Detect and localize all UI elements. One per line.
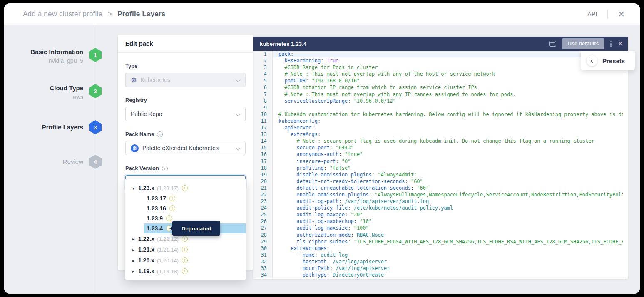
code-editor[interactable]: 1pack:2 k8sHardening: True3 #CIDR Range … — [253, 51, 628, 279]
kebab-menu-icon[interactable] — [610, 41, 612, 47]
code-line[interactable]: 13 extraArgs: — [253, 131, 628, 138]
code-line[interactable]: 19 disable-admission-plugins: "AlwaysAdm… — [253, 171, 628, 178]
code-text: # Note : secure-port flag is used during… — [272, 138, 628, 144]
code-line[interactable]: 6 #CIDR notation IP range from which to … — [253, 84, 628, 91]
caret-right-icon[interactable]: ▸ — [132, 237, 138, 241]
line-number: 13 — [253, 131, 272, 138]
step-label: Cloud Type — [12, 84, 83, 92]
code-line[interactable]: 25 audit-log-maxage: "30" — [253, 211, 628, 218]
registry-select[interactable]: Public Repo — [125, 107, 246, 121]
step-number-hexagon[interactable]: 2 — [89, 84, 102, 98]
code-text: extraVolumes: — [272, 245, 628, 252]
code-line[interactable]: 18 profiling: "false" — [253, 165, 628, 171]
code-line[interactable]: 26 audit-log-maxbackup: "10" — [253, 218, 628, 225]
code-line[interactable]: 3 #CIDR Range for Pods in cluster — [253, 64, 628, 71]
step-sublabel: aws — [12, 94, 83, 100]
version-group-latest: (1.21.14) — [157, 247, 179, 253]
version-option-1.23.17[interactable]: 1.23.17! — [125, 193, 246, 203]
version-group-1.20.x[interactable]: ▸1.20.x(1.20.14)! — [125, 255, 246, 266]
diff-view-icon[interactable] — [549, 41, 556, 47]
step-label: Profile Layers — [12, 123, 83, 131]
code-line[interactable]: 24 audit-policy-file: /etc/kubernetes/au… — [253, 205, 628, 211]
code-line[interactable]: 11kubeadmconfig: — [253, 118, 628, 124]
pack-version-label-text: Pack Version — [125, 165, 159, 171]
breadcrumb-root[interactable]: Add a new cluster profile — [23, 10, 102, 18]
caret-down-icon[interactable]: ▾ — [132, 186, 138, 191]
code-line[interactable]: 29 tls-cipher-suites: "TLS_ECDHE_ECDSA_W… — [253, 238, 628, 245]
code-line[interactable]: 14 # Note : secure-port flag is used dur… — [253, 138, 628, 144]
line-number: 15 — [253, 144, 272, 151]
step-number-hexagon[interactable]: 4 — [89, 155, 102, 169]
code-line[interactable]: 21 default-unreachable-toleration-second… — [253, 185, 628, 191]
line-number: 20 — [253, 178, 272, 185]
code-line[interactable]: 31 - name: audit-log — [253, 252, 628, 258]
code-text: #CIDR Range for Pods in cluster — [272, 64, 628, 71]
caret-right-icon[interactable]: ▸ — [132, 269, 138, 274]
line-number: 4 — [253, 71, 272, 77]
caret-right-icon[interactable]: ▸ — [132, 248, 138, 252]
version-group-1.21.x[interactable]: ▸1.21.x(1.21.14)! — [125, 244, 246, 255]
code-line[interactable]: 28 authorization-mode: RBAC,Node — [253, 232, 628, 238]
api-link[interactable]: API — [587, 11, 597, 17]
close-icon[interactable]: ✕ — [618, 10, 625, 18]
type-field: Type ☸ Kubernetes — [125, 63, 246, 87]
code-line[interactable]: 23 audit-log-path: /var/log/apiserver/au… — [253, 198, 628, 205]
code-text: anonymous-auth: "true" — [272, 151, 628, 158]
pack-name-select[interactable]: ☸ Palette eXtended Kubernetes — [125, 141, 246, 155]
topbar-divider — [607, 10, 608, 19]
info-icon[interactable]: i — [157, 131, 163, 137]
code-text: pathType: DirectoryOrCreate — [272, 272, 628, 278]
code-text: audit-log-path: /var/log/apiserver/audit… — [272, 198, 628, 205]
code-line[interactable]: 7 # Note : This must not overlap with an… — [253, 91, 628, 98]
line-number: 3 — [253, 64, 272, 71]
code-line[interactable]: 9 — [253, 104, 628, 111]
line-number: 23 — [253, 198, 272, 205]
editor-close-icon[interactable]: ✕ — [617, 40, 623, 47]
step-number-hexagon[interactable]: 1 — [89, 48, 102, 62]
info-icon[interactable]: i — [162, 166, 168, 171]
version-option-1.23.16[interactable]: 1.23.16! — [125, 203, 246, 213]
version-group-1.23.x[interactable]: ▾1.23.x(1.23.17)! — [125, 183, 246, 193]
line-number: 1 — [253, 51, 272, 57]
code-text: audit-log-maxage: "30" — [272, 211, 628, 218]
code-text: default-unreachable-toleration-seconds: … — [272, 185, 628, 191]
stepper-item-cloud-type[interactable]: Cloud Typeaws2 — [12, 84, 102, 100]
caret-right-icon[interactable]: ▸ — [132, 258, 138, 263]
step-number-hexagon[interactable]: 3 — [89, 120, 102, 134]
stepper-item-profile-layers[interactable]: Profile Layers3 — [12, 120, 102, 134]
use-defaults-button[interactable]: Use defaults — [562, 38, 604, 49]
code-line[interactable]: 2 k8sHardening: True — [253, 57, 628, 64]
line-number: 19 — [253, 171, 272, 178]
version-option-1.23.4[interactable]: 1.23.4!Deprecated — [144, 223, 246, 233]
version-option-label: 1.23.9 — [147, 215, 163, 222]
code-line[interactable]: 12 apiServer: — [253, 124, 628, 131]
code-line[interactable]: 8 serviceClusterIpRange: "10.96.0.0/12" — [253, 98, 628, 104]
code-line[interactable]: 17 insecure-port: "0" — [253, 158, 628, 165]
version-group-1.19.x[interactable]: ▸1.19.x(1.19.18)! — [125, 266, 246, 277]
code-line[interactable]: 30 extraVolumes: — [253, 245, 628, 252]
code-line[interactable]: 5 podCIDR: "192.168.0.0/16" — [253, 77, 628, 84]
code-line[interactable]: 20 default-not-ready-toleration-seconds:… — [253, 178, 628, 185]
chevron-left-icon[interactable] — [587, 55, 597, 66]
code-line[interactable]: 4 # Note : This must not overlap with an… — [253, 71, 628, 77]
version-option-label: 1.23.4 — [147, 225, 163, 232]
code-line[interactable]: 15 secure-port: "6443" — [253, 144, 628, 151]
code-line[interactable]: 16 anonymous-auth: "true" — [253, 151, 628, 158]
code-line[interactable]: 33 mountPath: /var/log/apiserver — [253, 265, 628, 272]
code-text: podCIDR: "192.168.0.0/16" — [272, 77, 628, 84]
code-text: profiling: "false" — [272, 165, 628, 171]
code-line[interactable]: 34 pathType: DirectoryOrCreate — [253, 272, 628, 278]
code-line[interactable]: 32 hostPath: /var/log/apiserver — [253, 258, 628, 265]
line-number: 9 — [253, 104, 272, 111]
breadcrumb-current: Profile Layers — [117, 10, 165, 18]
code-line[interactable]: 22 enable-admission-plugins: "AlwaysPull… — [253, 191, 628, 198]
line-number: 11 — [253, 118, 272, 124]
warning-icon: ! — [169, 196, 175, 201]
stepper-item-review[interactable]: Review4 — [12, 155, 102, 169]
code-line[interactable]: 27 audit-log-maxsize: "100" — [253, 225, 628, 231]
version-group-latest: (1.20.14) — [157, 257, 179, 264]
code-line[interactable]: 10# KubeAdm customization for kubernetes… — [253, 111, 628, 118]
step-label: Review — [12, 158, 83, 166]
stepper-item-basic-information[interactable]: Basic Informationnvidia_gpu_51 — [12, 48, 102, 64]
code-line[interactable]: 1pack: — [253, 51, 628, 57]
